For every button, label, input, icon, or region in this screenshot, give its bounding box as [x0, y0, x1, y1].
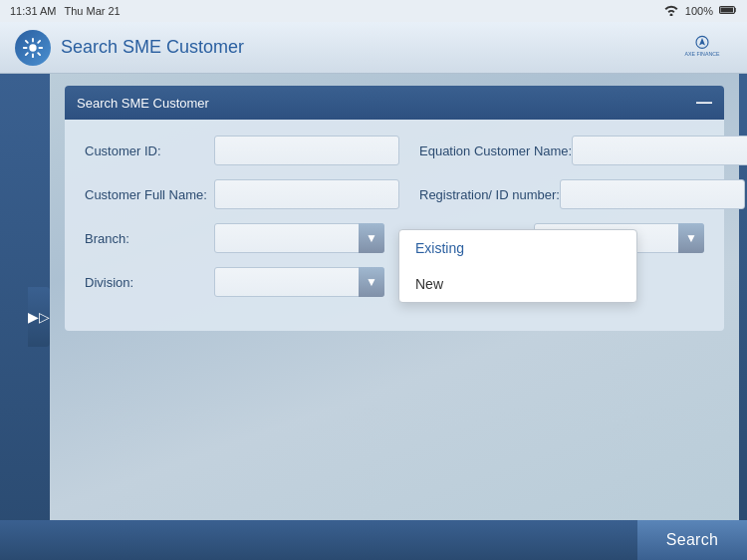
equation-customer-name-input[interactable]: [572, 136, 747, 165]
page-title: Search SME Customer: [61, 37, 244, 58]
dropdown-option-new[interactable]: New: [399, 266, 636, 302]
status-left: 11:31 AM Thu Mar 21: [10, 5, 121, 17]
form-card-title: Search SME Customer: [77, 96, 209, 111]
registration-id-field: Registration/ ID number:: [419, 179, 734, 209]
axe-finance-logo: AXE FINANCE: [672, 33, 732, 63]
battery-level: 100%: [685, 5, 713, 17]
logo-circle: [15, 30, 51, 66]
division-select-wrap: ▼: [214, 267, 384, 297]
branch-label: Branch:: [85, 231, 214, 246]
form-card-header: Search SME Customer —: [65, 86, 724, 120]
time: 11:31 AM: [10, 5, 56, 17]
division-field: Division: ▼: [85, 267, 384, 297]
customer-full-name-field: Customer Full Name:: [85, 179, 399, 209]
app-header: Search SME Customer AXE FINANCE: [0, 22, 747, 74]
svg-rect-1: [721, 8, 734, 13]
equation-customer-name-label: Equation Customer Name:: [419, 143, 572, 158]
bottom-bar: Search: [0, 520, 747, 560]
branch-field: Branch: ▼: [85, 223, 384, 253]
left-sidebar: ▶▷: [0, 74, 50, 560]
customer-full-name-input[interactable]: [214, 179, 399, 209]
relationship-type-dropdown: Existing New: [398, 229, 637, 303]
form-row-1: Customer ID: Equation Customer Name:: [85, 136, 704, 165]
battery-icon: [719, 5, 737, 17]
registration-id-label: Registration/ ID number:: [419, 187, 560, 202]
customer-id-label: Customer ID:: [85, 143, 214, 158]
customer-id-input[interactable]: [214, 136, 399, 165]
status-right: 100%: [663, 4, 737, 18]
sun-logo-icon: [22, 37, 44, 59]
search-button[interactable]: Search: [637, 520, 747, 560]
minimize-button[interactable]: —: [696, 94, 712, 112]
svg-text:AXE FINANCE: AXE FINANCE: [684, 50, 720, 56]
customer-id-field: Customer ID:: [85, 136, 399, 165]
svg-point-2: [29, 44, 36, 51]
day-date: Thu Mar 21: [64, 5, 120, 17]
status-bar: 11:31 AM Thu Mar 21 100%: [0, 0, 747, 22]
main-content: Search SME Customer — Customer ID: Equat…: [50, 74, 739, 560]
division-label: Division:: [85, 275, 214, 290]
dropdown-option-existing[interactable]: Existing: [399, 230, 636, 266]
division-select[interactable]: [214, 267, 384, 297]
brand-logo: AXE FINANCE: [672, 33, 732, 63]
wifi-icon: [663, 4, 679, 18]
branch-select[interactable]: [214, 223, 384, 253]
customer-full-name-label: Customer Full Name:: [85, 187, 214, 202]
sidebar-handle[interactable]: ▶▷: [28, 287, 50, 347]
branch-select-wrap: ▼: [214, 223, 384, 253]
form-row-2: Customer Full Name: Registration/ ID num…: [85, 179, 704, 209]
chevrons-right-icon: ▶▷: [28, 309, 50, 325]
registration-id-input[interactable]: [560, 179, 745, 209]
equation-customer-name-field: Equation Customer Name:: [419, 136, 734, 165]
